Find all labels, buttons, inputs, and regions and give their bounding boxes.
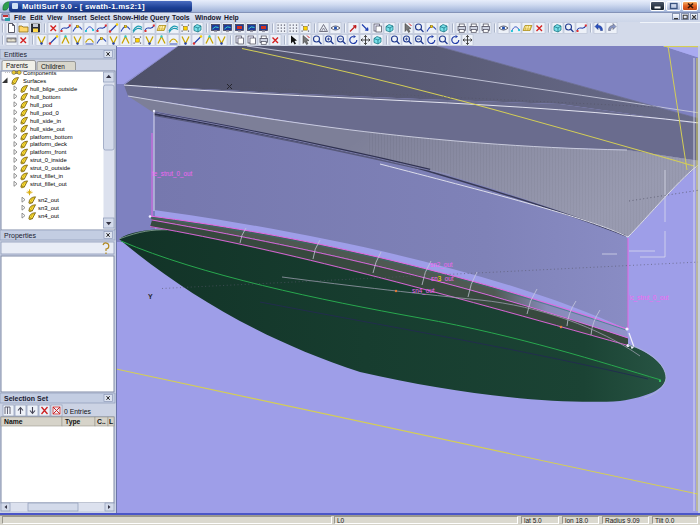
svg-text:hull_side_in: hull_side_in bbox=[30, 118, 61, 124]
svg-text:strut_fillet_in: strut_fillet_in bbox=[30, 173, 63, 179]
svg-text:hull_side_out: hull_side_out bbox=[30, 126, 65, 132]
svg-text:sn2_out: sn2_out bbox=[38, 197, 59, 203]
svg-text:hull_pod_0: hull_pod_0 bbox=[30, 110, 60, 116]
svg-text:Entities: Entities bbox=[4, 51, 27, 58]
svg-text:lc_strut_0_out: lc_strut_0_out bbox=[629, 294, 669, 302]
svg-text:hull_bilge_outside: hull_bilge_outside bbox=[30, 86, 78, 92]
svg-text:sn3_out: sn3_out bbox=[431, 275, 454, 283]
svg-text:sn2_out: sn2_out bbox=[430, 261, 453, 269]
svg-text:te_strut_0_out: te_strut_0_out bbox=[152, 170, 193, 178]
svg-text:Name: Name bbox=[4, 418, 23, 425]
svg-text:Parents: Parents bbox=[6, 62, 28, 69]
svg-text:Components: Components bbox=[23, 70, 56, 76]
svg-text:platform_deck: platform_deck bbox=[30, 141, 67, 147]
svg-text:sn3_out: sn3_out bbox=[38, 205, 59, 211]
svg-text:Surfaces: Surfaces bbox=[23, 78, 46, 84]
svg-text:strut_0_outside: strut_0_outside bbox=[30, 165, 71, 171]
svg-text:platform_front: platform_front bbox=[30, 149, 67, 155]
svg-text:L: L bbox=[109, 418, 113, 425]
svg-text:hull_bottom: hull_bottom bbox=[30, 94, 61, 100]
svg-text:Type: Type bbox=[65, 418, 81, 426]
svg-text:sn4_out: sn4_out bbox=[38, 213, 59, 219]
svg-text:Children: Children bbox=[41, 63, 65, 70]
svg-text:sn4_out: sn4_out bbox=[412, 287, 435, 295]
svg-text:Selection Set: Selection Set bbox=[4, 395, 49, 402]
svg-text:0 Entries: 0 Entries bbox=[64, 408, 91, 415]
svg-text:Y: Y bbox=[148, 293, 153, 300]
svg-text:platform_bottom: platform_bottom bbox=[30, 134, 73, 140]
svg-text:C..: C.. bbox=[97, 418, 106, 425]
svg-text:Properties: Properties bbox=[4, 232, 36, 240]
svg-text:strut_0_inside: strut_0_inside bbox=[30, 157, 67, 163]
svg-text:hull_pod: hull_pod bbox=[30, 102, 52, 108]
svg-text:strut_fillet_out: strut_fillet_out bbox=[30, 181, 67, 187]
